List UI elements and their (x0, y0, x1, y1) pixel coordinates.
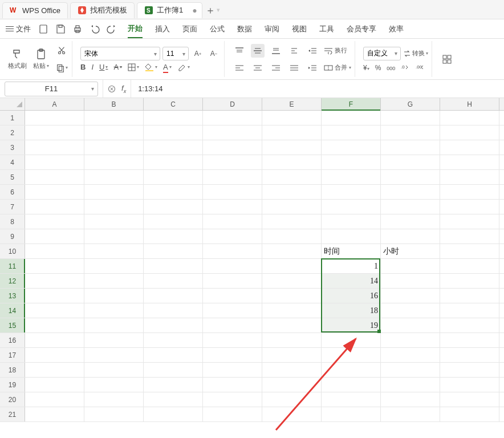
cell-F15[interactable]: 19 (322, 318, 381, 332)
align-left-button[interactable] (233, 61, 246, 75)
number-format-select[interactable]: 自定义 (363, 47, 401, 60)
fx-icon[interactable]: fx (121, 84, 126, 94)
cell-E4[interactable] (262, 155, 322, 169)
cell-A17[interactable] (25, 348, 84, 362)
cell-E1[interactable] (262, 111, 322, 125)
cell-C3[interactable] (144, 140, 203, 155)
cell-D3[interactable] (203, 140, 262, 155)
cell-D4[interactable] (203, 155, 262, 169)
cell-B11[interactable] (84, 259, 144, 273)
align-right-button[interactable] (269, 61, 283, 75)
row-header-19[interactable]: 19 (0, 378, 25, 392)
cell-C16[interactable] (144, 333, 203, 347)
cell-A12[interactable] (25, 274, 84, 288)
row-header-9[interactable]: 9 (0, 229, 25, 244)
cell-F18[interactable] (322, 363, 381, 377)
cell-H18[interactable] (440, 363, 499, 377)
cell-E17[interactable] (262, 348, 322, 362)
cell-C17[interactable] (144, 348, 203, 362)
cell-C13[interactable] (144, 289, 203, 303)
cell-D18[interactable] (203, 363, 262, 377)
cell-G20[interactable] (381, 392, 440, 407)
tab-workbook[interactable]: S 工作簿1 ● (137, 2, 202, 18)
italic-button[interactable]: I (91, 63, 94, 71)
cell-A8[interactable] (25, 214, 84, 229)
cell-D1[interactable] (203, 111, 262, 125)
cell-C7[interactable] (144, 200, 203, 214)
bold-button[interactable]: B (80, 63, 86, 71)
cell-F4[interactable] (322, 155, 381, 169)
save-icon[interactable] (55, 23, 66, 35)
cell-C4[interactable] (144, 155, 203, 169)
cell-G14[interactable] (381, 303, 440, 318)
cell-A7[interactable] (25, 200, 84, 214)
cell-A1[interactable] (25, 111, 84, 125)
redo-icon[interactable] (106, 23, 117, 35)
cell-G5[interactable] (381, 170, 440, 184)
tab-insert[interactable]: 插入 (155, 21, 170, 38)
fill-color-button[interactable]: ▾ (145, 63, 157, 71)
cell-H6[interactable] (440, 185, 499, 199)
more-icon[interactable] (440, 52, 454, 66)
row-header-20[interactable]: 20 (0, 392, 25, 407)
cell-G16[interactable] (381, 333, 440, 347)
cell-F19[interactable] (322, 378, 381, 392)
cell-E2[interactable] (262, 125, 322, 140)
cell-G1[interactable] (381, 111, 440, 125)
cancel-formula-icon[interactable] (108, 85, 116, 93)
row-header-1[interactable]: 1 (0, 111, 25, 125)
cell-G15[interactable] (381, 318, 440, 332)
row-header-14[interactable]: 14 (0, 303, 25, 318)
cell-C18[interactable] (144, 363, 203, 377)
cell-D11[interactable] (203, 259, 262, 273)
cell-D20[interactable] (203, 392, 262, 407)
tab-view[interactable]: 视图 (292, 21, 307, 38)
strikethrough-button[interactable]: A▾ (113, 63, 122, 71)
cell-H9[interactable] (440, 229, 499, 244)
percent-button[interactable]: % (375, 64, 381, 72)
cell-B8[interactable] (84, 214, 144, 229)
cell-E11[interactable] (262, 259, 322, 273)
cell-G9[interactable] (381, 229, 440, 244)
tab-start[interactable]: 开始 (128, 20, 143, 38)
row-header-12[interactable]: 12 (0, 274, 25, 288)
select-all-corner[interactable] (0, 98, 25, 110)
cell-B17[interactable] (84, 348, 144, 362)
cell-G12[interactable] (381, 274, 440, 288)
currency-button[interactable]: ¥▾ (363, 64, 369, 72)
increase-font-button[interactable]: A+ (191, 47, 205, 60)
cell-F10[interactable]: 时间 (322, 244, 381, 258)
cell-C8[interactable] (144, 214, 203, 229)
cell-A13[interactable] (25, 289, 84, 303)
cell-A10[interactable] (25, 244, 84, 258)
font-name-select[interactable]: 宋体 (80, 47, 160, 60)
justify-button[interactable] (287, 61, 301, 75)
increase-indent-button[interactable] (306, 61, 319, 75)
cell-F12[interactable]: 14 (322, 274, 381, 288)
cell-F11[interactable]: 1 (322, 259, 381, 273)
cell-E13[interactable] (262, 289, 322, 303)
tab-formula[interactable]: 公式 (210, 21, 225, 38)
font-size-select[interactable]: 11 (162, 47, 189, 60)
cell-A2[interactable] (25, 125, 84, 140)
cell-C14[interactable] (144, 303, 203, 318)
cell-B16[interactable] (84, 333, 144, 347)
cell-F17[interactable] (322, 348, 381, 362)
cell-B18[interactable] (84, 363, 144, 377)
cell-H21[interactable] (440, 407, 499, 421)
cell-C19[interactable] (144, 378, 203, 392)
cell-A19[interactable] (25, 378, 84, 392)
cell-A21[interactable] (25, 407, 84, 421)
cell-E14[interactable] (262, 303, 322, 318)
column-header-E[interactable]: E (262, 98, 322, 110)
cell-F2[interactable] (322, 125, 381, 140)
cell-E15[interactable] (262, 318, 322, 332)
cell-B14[interactable] (84, 303, 144, 318)
cell-G2[interactable] (381, 125, 440, 140)
cell-F14[interactable]: 18 (322, 303, 381, 318)
decrease-decimal-button[interactable]: .0 (401, 64, 410, 72)
row-header-16[interactable]: 16 (0, 333, 25, 347)
cell-F3[interactable] (322, 140, 381, 155)
cell-E21[interactable] (262, 407, 322, 421)
cell-A14[interactable] (25, 303, 84, 318)
